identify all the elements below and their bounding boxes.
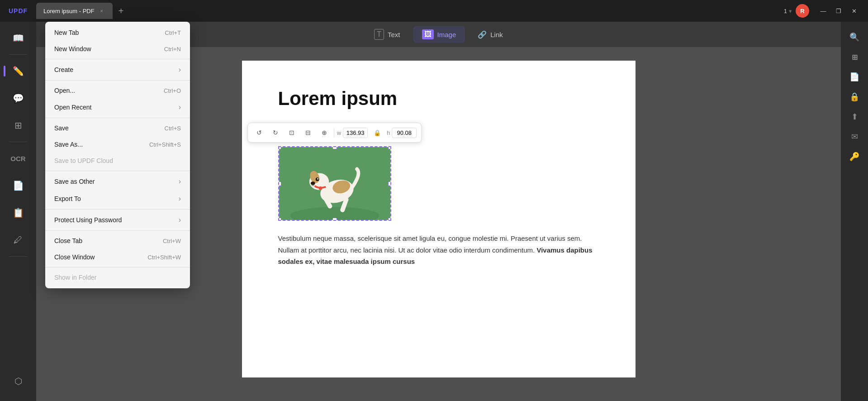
active-tab[interactable]: Lorem ipsum - PDF × — [36, 3, 113, 19]
height-input[interactable] — [392, 128, 417, 138]
handle-tm[interactable] — [332, 146, 337, 149]
handle-ml[interactable] — [278, 181, 281, 186]
menu-item-save[interactable]: SaveCtrl+S — [45, 120, 190, 136]
handle-bm[interactable] — [332, 218, 337, 221]
toolbar-divider — [334, 128, 334, 137]
rotate-right-button[interactable]: ↻ — [269, 126, 282, 139]
menu-item-new-tab[interactable]: New TabCtrl+T — [45, 24, 190, 41]
menu-item-open-recent[interactable]: Open Recent› — [45, 99, 190, 116]
titlebar: UPDF Lorem ipsum - PDF × + 1 ▾ R — ❐ ✕ — [0, 0, 868, 22]
tab-close-button[interactable]: × — [98, 7, 105, 14]
sidebar-item-layers[interactable]: ⬡ — [5, 368, 31, 394]
handle-mr[interactable] — [388, 181, 391, 186]
menu-divider — [45, 80, 190, 81]
menu-label-new-tab: New Tab — [54, 29, 157, 36]
sidebar-item-ocr[interactable]: OCR — [5, 146, 31, 171]
menu-label-show-folder: Show in Folder — [54, 274, 181, 281]
sidebar-item-read[interactable]: 📖 — [5, 25, 31, 51]
menu-item-create[interactable]: Create› — [45, 61, 190, 78]
convert-icon: 📄 — [13, 180, 24, 191]
handle-tr[interactable] — [388, 146, 391, 149]
trim-button[interactable]: ⊟ — [301, 126, 315, 139]
menu-item-close-window[interactable]: Close WindowCtrl+Shift+W — [45, 249, 190, 265]
menu-item-save-other[interactable]: Save as Other› — [45, 173, 190, 190]
image-tool-button[interactable]: 🖼 Image — [413, 26, 465, 43]
right-sidebar: 🔍 ⊞ 📄 🔒 ⬆ ✉ 🔑 — [841, 22, 868, 401]
security-icon: 🔒 — [849, 92, 859, 102]
sidebar-item-comment[interactable]: 💬 — [5, 86, 31, 111]
menu-label-create: Create — [54, 66, 177, 73]
menu-shortcut-new-window: Ctrl+N — [164, 46, 181, 53]
menu-label-save-other: Save as Other — [54, 178, 177, 185]
menu-divider — [45, 230, 190, 231]
handle-bl[interactable] — [278, 218, 281, 221]
close-button[interactable]: ✕ — [847, 5, 861, 16]
copy-image-button[interactable]: ⊕ — [318, 126, 331, 139]
menu-item-close-tab[interactable]: Close TabCtrl+W — [45, 233, 190, 249]
sidebar-item-stamp[interactable]: 🖊 — [5, 227, 31, 253]
fill-icon: 📋 — [13, 207, 24, 218]
image-toolbar: ↺ ↻ ⊡ ⊟ ⊕ w — [247, 123, 422, 143]
search-sidebar-button[interactable]: 🔍 — [846, 29, 863, 45]
email-button[interactable]: ✉ — [846, 129, 863, 145]
user-avatar[interactable]: R — [796, 4, 809, 18]
security-button[interactable]: 🔒 — [846, 89, 863, 105]
sidebar-item-fill[interactable]: 📋 — [5, 200, 31, 225]
titlebar-right: 1 ▾ R — ❐ ✕ — [784, 4, 868, 18]
rotate-left-button[interactable]: ↺ — [252, 126, 266, 139]
restore-button[interactable]: ❐ — [832, 5, 845, 16]
menu-label-open: Open... — [54, 87, 157, 94]
page-indicator: 1 ▾ — [784, 8, 792, 14]
menu-item-protect-password[interactable]: Protect Using Password› — [45, 211, 190, 229]
handle-tl[interactable] — [278, 146, 281, 149]
menu-divider — [45, 209, 190, 210]
width-dimension: w — [337, 128, 368, 138]
menu-arrow-protect-password: › — [179, 216, 181, 224]
menu-item-show-folder: Show in Folder — [45, 269, 190, 286]
sidebar-divider-2 — [9, 142, 27, 142]
menu-item-new-window[interactable]: New WindowCtrl+N — [45, 41, 190, 57]
new-tab-button[interactable]: + — [114, 4, 128, 18]
pdf-body-text: Vestibulum neque massa, scelerisque sit … — [278, 233, 599, 267]
menu-shortcut-save: Ctrl+S — [165, 125, 181, 132]
active-indicator — [4, 66, 5, 76]
menu-item-open[interactable]: Open...Ctrl+O — [45, 82, 190, 99]
menu-divider — [45, 267, 190, 267]
pdf-page: Lorem ipsum Add images to PDF ↺ ↻ ⊡ — [242, 61, 636, 377]
menu-label-save: Save — [54, 124, 157, 132]
minimize-button[interactable]: — — [816, 5, 830, 16]
width-input[interactable] — [343, 128, 368, 138]
thumbnails-icon: ⊞ — [852, 53, 858, 62]
handle-br[interactable] — [388, 218, 391, 221]
share-button[interactable]: ⬆ — [846, 109, 863, 125]
sidebar-item-convert[interactable]: 📄 — [5, 173, 31, 198]
image-selection-container[interactable]: ↺ ↻ ⊡ ⊟ ⊕ w — [278, 146, 391, 221]
selected-image[interactable] — [278, 146, 391, 221]
text-tool-label: Text — [388, 31, 400, 38]
menu-label-save-as: Save As... — [54, 141, 142, 148]
menu-label-new-window: New Window — [54, 45, 157, 53]
image-tool-label: Image — [437, 31, 456, 38]
menu-item-save-cloud: Save to UPDF Cloud — [45, 153, 190, 169]
text-tool-button[interactable]: T Text — [365, 25, 409, 43]
tab-area: Lorem ipsum - PDF × + — [36, 0, 784, 22]
document-info-button[interactable]: 📄 — [846, 69, 863, 85]
menu-arrow-export-to: › — [179, 195, 181, 203]
pdf-title: Lorem ipsum — [278, 88, 599, 110]
share-icon: ⬆ — [851, 112, 858, 122]
link-tool-button[interactable]: 🔗 Link — [469, 27, 512, 43]
height-label: h — [387, 129, 390, 136]
lock-icon: 🔒 — [374, 129, 381, 136]
menu-divider — [45, 171, 190, 171]
menu-item-export-to[interactable]: Export To› — [45, 190, 190, 207]
crop-button[interactable]: ⊡ — [285, 126, 299, 139]
menu-shortcut-close-tab: Ctrl+W — [163, 238, 181, 244]
sidebar-item-organize[interactable]: ⊞ — [5, 113, 31, 138]
lock-aspect-button[interactable]: 🔒 — [370, 126, 384, 139]
menu-item-save-as[interactable]: Save As...Ctrl+Shift+S — [45, 136, 190, 153]
sidebar-item-edit[interactable]: ✏️ — [5, 58, 31, 84]
stamp-icon: 🖊 — [14, 235, 23, 245]
thumbnails-button[interactable]: ⊞ — [846, 49, 863, 65]
left-sidebar: 📖 ✏️ 💬 ⊞ OCR 📄 📋 🖊 ⬡ — [0, 22, 36, 401]
password-button[interactable]: 🔑 — [846, 148, 863, 165]
